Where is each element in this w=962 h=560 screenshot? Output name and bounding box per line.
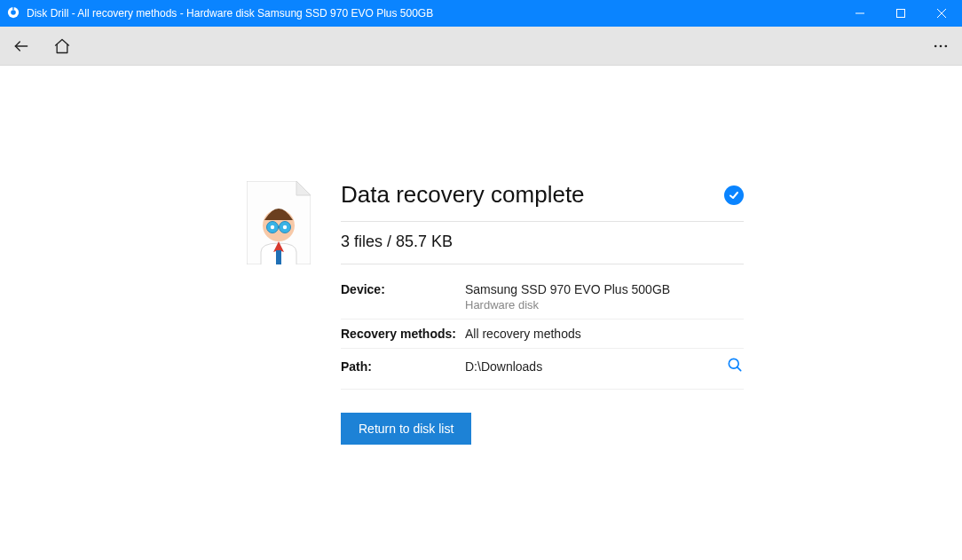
window-maximize-button[interactable]: [880, 0, 921, 27]
svg-marker-12: [296, 181, 311, 195]
device-name: Samsung SSD 970 EVO Plus 500GB: [465, 282, 744, 296]
svg-point-16: [271, 225, 274, 229]
window-title: Disk Drill - All recovery methods - Hard…: [27, 7, 433, 20]
result-panel: Data recovery complete 3 files / 85.7 KB…: [247, 181, 744, 445]
device-type: Hardware disk: [465, 298, 744, 312]
detail-row-device: Device: Samsung SSD 970 EVO Plus 500GB H…: [341, 275, 744, 319]
window-minimize-button[interactable]: [840, 0, 880, 27]
detail-label: Device:: [341, 282, 465, 296]
svg-point-17: [283, 225, 287, 229]
page-title: Data recovery complete: [341, 181, 585, 209]
home-button[interactable]: [53, 37, 71, 55]
divider: [341, 264, 744, 264]
path-value: D:\Downloads: [465, 359, 542, 374]
divider: [341, 221, 744, 222]
svg-point-1: [11, 10, 16, 15]
file-avatar-icon: [247, 181, 311, 445]
svg-rect-20: [276, 250, 281, 264]
detail-row-methods: Recovery methods: All recovery methods: [341, 319, 744, 349]
content-area: Data recovery complete 3 files / 85.7 KB…: [0, 66, 962, 560]
svg-point-8: [934, 44, 937, 47]
app-icon: [7, 6, 20, 21]
window-close-button[interactable]: [921, 0, 962, 27]
methods-value: All recovery methods: [465, 327, 744, 341]
more-options-button[interactable]: [932, 37, 950, 55]
detail-label: Recovery methods:: [341, 327, 465, 341]
svg-line-22: [737, 367, 741, 371]
svg-point-10: [945, 44, 948, 47]
detail-row-path: Path: D:\Downloads: [341, 349, 744, 390]
open-path-button[interactable]: [726, 356, 744, 376]
svg-rect-2: [12, 6, 13, 10]
svg-point-9: [940, 44, 942, 47]
window-titlebar: Disk Drill - All recovery methods - Hard…: [0, 0, 962, 27]
back-button[interactable]: [12, 37, 30, 55]
toolbar: [0, 27, 962, 66]
success-check-icon: [724, 185, 744, 205]
svg-rect-4: [897, 10, 905, 18]
recovery-summary: 3 files / 85.7 KB: [341, 233, 744, 251]
return-to-disk-list-button[interactable]: Return to disk list: [341, 413, 471, 445]
detail-label: Path:: [341, 359, 465, 374]
